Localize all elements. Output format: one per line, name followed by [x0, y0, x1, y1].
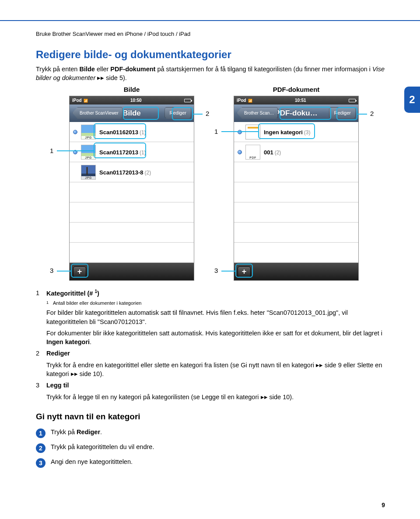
battery-icon [349, 99, 356, 102]
screenshots-row: Bilde iPod 10:50 Brother ScanViewer Bild… [69, 86, 385, 281]
wifi-icon [84, 98, 88, 103]
callout-box-title [123, 107, 159, 120]
legend-text: Trykk for å legge til en ny kategori på … [46, 394, 202, 401]
status-time: 10:50 [130, 98, 142, 103]
category-name: Scan01172013-8 [99, 169, 143, 176]
list-empty-row [70, 182, 194, 202]
double-arrow-icon: ▸▸ [71, 370, 78, 377]
list-empty-row [70, 202, 194, 223]
callout-line [57, 271, 71, 272]
footnote-text: Antall bilder eller dokumenter i kategor… [53, 300, 141, 306]
callout-label-2: 2 [370, 110, 374, 117]
callout-line [221, 131, 258, 132]
page-number: 9 [382, 502, 385, 509]
legend-title: ) [97, 290, 99, 297]
legend-paragraph: For bilder blir kategoritittelen automat… [46, 308, 385, 326]
callout-box-row1 [94, 123, 146, 139]
step-number-badge: 3 [36, 458, 46, 468]
callout-label-1: 1 [214, 128, 218, 135]
list-item[interactable]: PDF 001(2) [234, 142, 358, 162]
category-count: (2) [144, 170, 151, 176]
callout-line [221, 271, 235, 272]
status-time: 10:51 [295, 98, 306, 103]
status-bar: iPod 10:51 [234, 96, 358, 104]
status-bar: iPod 10:50 [70, 96, 194, 104]
callout-box-edit [172, 107, 193, 120]
intro-paragraph: Trykk på enten Bilde eller PDF-dokument … [36, 65, 385, 82]
intro-text: Trykk på enten [36, 66, 79, 73]
callout-box-row2 [94, 143, 146, 158]
intro-text: side 5). [104, 74, 127, 81]
thumbnail: JPG [81, 165, 96, 180]
list-empty-row [234, 162, 358, 182]
device-label: iPod [72, 98, 82, 103]
step-1: 1 Trykk på Rediger. [36, 428, 385, 438]
list-empty-row [234, 223, 358, 243]
legend-text: Trykk for å endre en kategoritittel elle… [46, 362, 241, 369]
step-2: 2 Trykk på kategoritittelen du vil endre… [36, 443, 385, 453]
legend-text: side 9 eller [323, 362, 357, 369]
callout-line [357, 114, 367, 115]
callout-label-1: 1 [50, 147, 53, 154]
callout-label-3: 3 [50, 267, 53, 274]
legend-num: 2 [36, 349, 43, 358]
intro-bold-pdf: PDF-dokument [110, 66, 155, 73]
legend-text: For dokumenter blir ikke kategoritittele… [46, 330, 382, 337]
legend-text: side 10). [268, 394, 294, 401]
wifi-icon [248, 98, 252, 103]
legend-text: . [90, 338, 91, 345]
intro-text: på startskjermen for å få tilgang til ka… [155, 66, 372, 73]
file-ext: JPG [81, 176, 95, 179]
callout-label-3: 3 [214, 267, 218, 274]
intro-text: eller [95, 66, 110, 73]
legend-title: Kategoritittel (# [46, 290, 94, 297]
bilde-header: Bilde [69, 86, 194, 93]
step-number-badge: 2 [36, 443, 46, 453]
subsection-heading: Gi nytt navn til en kategori [36, 412, 385, 421]
pdf-header: PDF-dokument [234, 86, 359, 93]
side-chapter-tab: 2 [404, 87, 420, 113]
legend-title: Rediger [46, 350, 70, 357]
device-label: iPod [237, 98, 246, 103]
category-count: (2) [275, 150, 281, 156]
step-bold: Rediger [77, 428, 100, 435]
legend-item-3: 3 Legg til [36, 381, 385, 390]
legend: 1 Kategoritittel (# 1) 1 Antall bilder e… [36, 289, 385, 401]
back-button[interactable]: Brother ScanViewer [72, 107, 122, 118]
footnote-num: 1 [46, 300, 49, 306]
file-ext: JPG [81, 156, 95, 159]
category-list: Ingen kategori(3) PDF 001(2) [234, 122, 358, 263]
callout-box-row1 [258, 123, 315, 139]
section-heading: Redigere bilde- og dokumentkategorier [36, 49, 385, 61]
callout-line [193, 114, 203, 115]
step-number-badge: 1 [36, 428, 46, 438]
legend-num: 3 [36, 381, 43, 390]
unread-dot-icon [238, 150, 242, 154]
callout-box-plus [71, 264, 88, 278]
callout-box-title [280, 107, 331, 120]
list-empty-row [234, 202, 358, 223]
legend-item-1: 1 Kategoritittel (# 1) [36, 289, 385, 298]
legend-paragraph: For dokumenter blir ikke kategoritittele… [46, 329, 385, 347]
legend-italic: Gi nytt navn til en kategori [241, 362, 314, 369]
callout-box-plus [235, 264, 253, 278]
breadcrumb: Bruke Brother ScanViewer med en iPhone /… [36, 31, 385, 37]
legend-paragraph: Trykk for å endre en kategoritittel elle… [46, 361, 385, 379]
list-empty-row [70, 243, 194, 263]
step-text: Trykk på kategoritittelen du vil endre. [51, 443, 154, 450]
step-3: 3 Angi den nye kategoritittelen. [36, 458, 385, 468]
double-arrow-icon: ▸▸ [261, 394, 268, 401]
back-button[interactable]: Brother Scan… [237, 107, 278, 118]
legend-text: side 10). [78, 370, 104, 377]
legend-title: Legg til [46, 382, 69, 389]
battery-icon [184, 99, 191, 102]
category-name: 001 [264, 149, 273, 156]
legend-bold: Ingen kategori [46, 338, 90, 345]
callout-label-2: 2 [206, 110, 209, 117]
legend-item-2: 2 Rediger [36, 349, 385, 358]
legend-italic: Legge til en kategori [202, 394, 259, 401]
intro-bold-bilde: Bilde [79, 66, 94, 73]
legend-num: 1 [36, 289, 43, 298]
list-item[interactable]: JPG Scan01172013-8(2) [70, 162, 194, 182]
step-text: Angi den nye kategoritittelen. [51, 458, 133, 465]
